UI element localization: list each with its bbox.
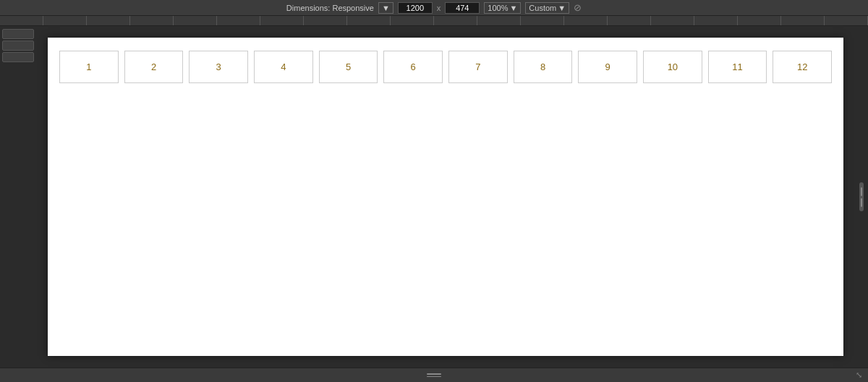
ruler-segments [0, 16, 868, 25]
column-number-10: 10 [668, 61, 678, 72]
column-box-10: 10 [643, 51, 702, 83]
column-number-4: 4 [281, 61, 286, 72]
sidebar-tab-1[interactable] [2, 29, 34, 39]
sidebar-tab-3[interactable] [2, 52, 34, 62]
column-box-5: 5 [319, 51, 378, 83]
column-number-12: 12 [797, 61, 807, 72]
ruler-segment [825, 16, 868, 25]
column-box-6: 6 [383, 51, 443, 83]
column-box-12: 12 [773, 51, 832, 83]
column-number-11: 11 [732, 61, 742, 72]
ruler-segment [564, 16, 608, 25]
dimensions-label: Dimensions: Responsive [286, 4, 374, 12]
ruler-segment [347, 16, 391, 25]
ruler-segment [217, 16, 260, 25]
column-box-2: 2 [124, 51, 184, 83]
width-input[interactable] [398, 2, 433, 14]
ruler-segment [87, 16, 130, 25]
x-separator: x [437, 4, 441, 12]
column-number-5: 5 [346, 61, 351, 72]
column-number-1: 1 [86, 61, 91, 72]
column-number-8: 8 [540, 61, 545, 72]
right-panel [855, 26, 868, 368]
column-box-7: 7 [448, 51, 508, 83]
canvas: 123456789101112 [48, 38, 843, 356]
bottom-resize-handle[interactable] [427, 373, 441, 377]
bottom-right: ⤡ [441, 370, 862, 380]
column-number-7: 7 [475, 61, 480, 72]
handle-line-1 [861, 187, 862, 196]
column-box-9: 9 [578, 51, 637, 83]
column-box-3: 3 [189, 51, 248, 83]
ruler-segment [0, 16, 43, 25]
ruler-segment [174, 16, 217, 25]
column-number-3: 3 [216, 61, 221, 72]
left-sidebar [0, 26, 36, 368]
ruler-segment [651, 16, 694, 25]
ruler-bar [0, 16, 868, 26]
ruler-segment [521, 16, 564, 25]
main-area: 123456789101112 [0, 26, 868, 368]
column-number-6: 6 [411, 61, 416, 72]
ruler-segment [391, 16, 434, 25]
bottom-handle-line-2 [427, 376, 441, 378]
handle-line-2 [861, 198, 862, 207]
columns-row: 123456789101112 [48, 38, 843, 83]
bottom-handle-line-1 [427, 373, 441, 375]
ruler-segment [434, 16, 477, 25]
column-number-9: 9 [605, 61, 610, 72]
column-box-8: 8 [514, 51, 573, 83]
canvas-wrapper: 123456789101112 [36, 26, 855, 368]
ruler-segment [43, 16, 87, 25]
right-resize-handle[interactable] [859, 182, 864, 211]
ruler-segment [130, 16, 174, 25]
ruler-segment [477, 16, 521, 25]
column-box-1: 1 [59, 51, 119, 83]
custom-dropdown[interactable]: Custom ▼ [525, 2, 569, 14]
zoom-arrow: ▼ [509, 4, 517, 12]
column-number-2: 2 [151, 61, 156, 72]
ruler-segment [694, 16, 738, 25]
height-input[interactable] [445, 2, 480, 14]
dimensions-dropdown[interactable]: ▼ [378, 2, 393, 14]
ruler-segment [608, 16, 651, 25]
custom-label: Custom [529, 4, 556, 12]
resize-icon[interactable]: ⤡ [856, 370, 862, 380]
column-box-11: 11 [708, 51, 767, 83]
stop-icon[interactable]: ⊘ [574, 2, 582, 13]
ruler-segment [781, 16, 825, 25]
zoom-label: 100% [488, 4, 508, 12]
top-toolbar: Dimensions: Responsive ▼ x 100% ▼ Custom… [0, 0, 868, 16]
zoom-dropdown[interactable]: 100% ▼ [484, 2, 521, 14]
ruler-segment [304, 16, 347, 25]
custom-arrow: ▼ [558, 4, 566, 12]
ruler-segment [260, 16, 304, 25]
ruler-segment [738, 16, 781, 25]
bottom-bar: ⤡ [0, 368, 868, 382]
sidebar-tab-2[interactable] [2, 41, 34, 51]
column-box-4: 4 [254, 51, 313, 83]
dimensions-arrow: ▼ [382, 4, 390, 12]
